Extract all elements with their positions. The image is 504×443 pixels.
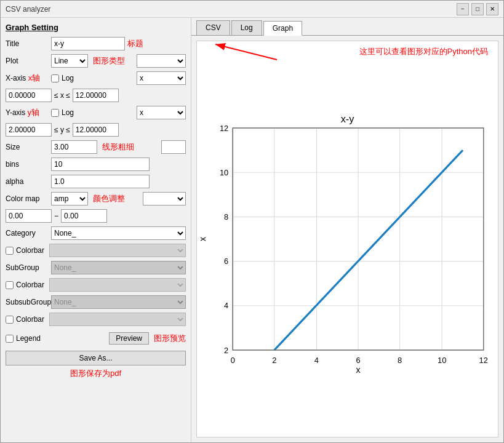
xaxis-title: x (356, 365, 360, 375)
xcol-select[interactable]: x (137, 71, 186, 85)
colormap-annotation: 颜色调整 (93, 193, 125, 204)
colormap-select[interactable]: amp (51, 192, 88, 206)
xmin-input[interactable] (6, 89, 52, 102)
xlog-label: Log (62, 74, 74, 82)
main-chart-svg: x-y (197, 41, 498, 437)
ylog-label: Log (62, 108, 74, 117)
colorbar2-checkbox[interactable] (6, 281, 14, 289)
colorbar3-checkbox[interactable] (6, 316, 14, 324)
bins-row: bins (6, 158, 186, 171)
colorbar1-select[interactable] (49, 244, 186, 257)
alpha-input[interactable] (51, 175, 150, 188)
colorbar2-row: Colorbar (6, 278, 186, 292)
preview-button[interactable]: Preview (109, 332, 149, 345)
section-title: Graph Setting (6, 23, 186, 32)
window-controls: − □ ✕ (457, 3, 498, 15)
titlebar: CSV analyzer − □ ✕ (1, 1, 503, 18)
save-annotation: 图形保存为pdf (70, 369, 121, 378)
ylabel-6: 6 (224, 257, 228, 266)
title-row: Title 标题 (6, 37, 186, 50)
legend-row: Legend Preview 图形预览 (6, 332, 186, 345)
ylog-checkbox[interactable] (51, 109, 59, 117)
size-label: Size (6, 143, 49, 151)
subgroup-select[interactable]: None_ (51, 261, 186, 274)
ycol-select[interactable]: x (137, 106, 186, 119)
left-panel: Graph Setting Title 标题 Plot Line Bar Sca… (1, 18, 191, 442)
title-input[interactable] (51, 37, 125, 50)
xmax-input[interactable] (73, 89, 119, 102)
minimize-button[interactable]: − (457, 3, 469, 15)
tab-log[interactable]: Log (231, 20, 262, 35)
right-panel: CSV Log Graph 这里可以查看图形对应的Python代码 (191, 18, 503, 442)
xlog-checkbox[interactable] (51, 74, 59, 82)
yaxis-annotation: y轴 (28, 108, 40, 117)
ylabel-2: 2 (224, 346, 228, 355)
ylabel-12: 12 (220, 124, 228, 133)
colorbar1-row: Colorbar (6, 244, 186, 257)
ylabel-8: 8 (224, 212, 228, 222)
xlabel-10: 10 (438, 356, 446, 365)
xaxis-label: X-axis x轴 (6, 73, 49, 84)
plot-row: Plot Line Bar Scatter 图形类型 (6, 54, 186, 68)
xlabel-8: 8 (398, 356, 402, 365)
size-annotation: 线形粗细 (102, 142, 134, 153)
save-as-button[interactable]: Save As... (6, 351, 186, 365)
chart-title: x-y (341, 113, 355, 124)
bins-label: bins (6, 160, 49, 169)
colorrange-row: − (6, 209, 186, 223)
size-input[interactable] (51, 140, 97, 154)
category-label: Category (6, 229, 49, 237)
xlabel-0: 0 (231, 356, 235, 365)
yrange-row: ≤ y ≤ (6, 123, 186, 137)
xlabel-12: 12 (479, 356, 488, 365)
ymax-input[interactable] (73, 123, 119, 137)
tab-graph[interactable]: Graph (263, 21, 302, 36)
content-area: Graph Setting Title 标题 Plot Line Bar Sca… (1, 18, 503, 442)
alpha-row: alpha (6, 175, 186, 188)
subsubgroup-select[interactable]: None_ (51, 295, 186, 309)
colorbar1-label: Colorbar (16, 246, 44, 255)
colormax-input[interactable] (61, 209, 107, 223)
close-button[interactable]: ✕ (486, 3, 498, 15)
leq2: ≤ y ≤ (54, 126, 70, 134)
window-title: CSV analyzer (6, 5, 50, 14)
colormap-extra[interactable] (143, 192, 186, 206)
size-spinner2[interactable] (161, 140, 186, 154)
colorbar3-row: Colorbar (6, 313, 186, 326)
colorbar3-select[interactable] (49, 313, 186, 326)
colorbar3-label: Colorbar (16, 315, 44, 324)
plot-label: Plot (6, 57, 49, 65)
xlabel-2: 2 (272, 356, 276, 365)
colorbar1-checkbox[interactable] (6, 247, 14, 255)
category-row: Category None_ (6, 226, 186, 240)
colorbar2-label: Colorbar (16, 281, 44, 289)
xrange-row: ≤ x ≤ (6, 89, 186, 102)
colorbar2-select[interactable] (49, 278, 186, 292)
yaxis-label: Y-axis y轴 (6, 107, 49, 118)
colormin-input[interactable] (6, 209, 52, 223)
ymin-input[interactable] (6, 123, 52, 137)
color-dash: − (54, 212, 58, 220)
legend-checkbox[interactable] (6, 335, 14, 343)
xlabel-6: 6 (356, 356, 360, 365)
subsubgroup-row: SubsubGroup None_ (6, 295, 186, 309)
bins-input[interactable] (51, 158, 150, 171)
subgroup-row: SubGroup None_ (6, 261, 186, 274)
subgroup-label: SubGroup (6, 263, 49, 272)
leq1: ≤ x ≤ (54, 91, 70, 100)
ylabel-4: 4 (224, 301, 228, 310)
plot-select[interactable]: Line Bar Scatter (51, 54, 88, 68)
subsubgroup-label: SubsubGroup (6, 298, 49, 306)
yaxis-row: Y-axis y轴 Log x (6, 106, 186, 119)
category-select[interactable]: None_ (51, 226, 186, 240)
title-label: Title (6, 39, 49, 48)
alpha-label: alpha (6, 177, 49, 186)
title-annotation: 标题 (127, 38, 143, 49)
preview-annotation: 图形预览 (154, 333, 186, 344)
tabs-bar: CSV Log Graph (191, 18, 503, 36)
tab-csv[interactable]: CSV (196, 20, 230, 35)
colormap-label: Color map (6, 194, 49, 203)
plot-type-select[interactable] (137, 54, 186, 68)
maximize-button[interactable]: □ (471, 3, 484, 15)
size-row: Size 线形粗细 (6, 140, 186, 154)
